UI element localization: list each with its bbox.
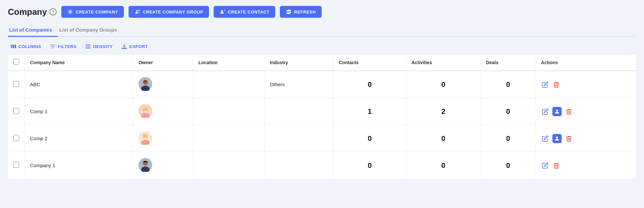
density-button[interactable]: DENSITY [82,41,119,51]
contacts-cell: 0 [334,152,406,179]
row-checkbox[interactable] [13,162,19,168]
page-title: Company ? [8,7,57,17]
deals-cell: 0 [481,125,536,152]
density-icon [85,43,91,49]
plus-icon [67,9,73,15]
export-button[interactable]: EXPORT [119,41,154,51]
row-checkbox[interactable] [13,81,19,87]
create-company-button[interactable]: CREATE COMPANY [61,6,124,18]
trash-icon [566,135,572,142]
select-all-header [8,54,25,71]
svg-point-26 [556,110,558,112]
industry-cell [264,125,333,152]
col-actions: Actions [536,54,636,71]
col-contacts: Contacts [334,54,406,71]
svg-rect-25 [144,111,146,113]
refresh-icon [286,9,292,15]
deals-cell: 0 [481,98,536,125]
owner-cell [133,152,193,179]
contact-assign-button[interactable] [552,107,562,116]
filters-icon [50,43,56,49]
edit-button[interactable] [541,162,549,169]
activities-cell: 0 [406,125,481,152]
activities-cell: 0 [406,71,481,98]
col-owner: Owner [133,54,193,71]
group-icon [134,9,140,15]
delete-button[interactable] [552,162,560,169]
actions-cell [536,152,636,179]
owner-cell [133,125,193,152]
tabs-row: List of Companies List of Company Groups [8,24,636,37]
owner-cell [133,71,193,98]
actions-cell [536,125,636,152]
activities-cell: 0 [406,152,481,179]
edit-button[interactable] [541,135,549,143]
contacts-cell: 1 [334,98,406,125]
deals-cell: 0 [481,71,536,98]
table-row: Comp 2 000 [8,125,636,152]
edit-icon [542,162,548,169]
svg-point-31 [556,137,558,139]
toolbar: COLUMNS FILTERS DENSITY [8,37,636,54]
svg-point-1 [136,10,138,12]
location-cell [193,98,265,125]
company-name-cell: ABC [25,71,133,98]
columns-button[interactable]: COLUMNS [8,41,47,51]
row-checkbox-cell [8,125,25,152]
row-checkbox[interactable] [13,135,19,141]
trash-icon [553,81,560,88]
create-company-group-button[interactable]: CREATE COMPANY GROUP [129,6,209,18]
col-industry: Industry [264,54,333,71]
delete-button[interactable] [552,81,560,89]
table-row: ABC Others000 [8,71,636,98]
svg-point-2 [138,10,139,12]
person-icon [554,109,560,115]
svg-rect-30 [144,138,146,140]
location-cell [193,71,265,98]
tab-list-of-company-groups[interactable]: List of Company Groups [58,24,123,37]
companies-table: Company Name Owner Location Industry Con… [8,54,636,179]
industry-cell [264,152,333,179]
svg-rect-8 [11,45,13,48]
export-icon [121,43,127,49]
industry-cell [264,98,333,125]
row-checkbox[interactable] [13,108,19,114]
row-checkbox-cell [8,152,25,179]
edit-button[interactable] [541,81,549,89]
owner-cell [133,98,193,125]
contact-assign-button[interactable] [552,134,562,143]
col-activities: Activities [406,54,481,71]
location-cell [193,152,265,179]
col-deals: Deals [481,54,536,71]
activities-cell: 2 [406,98,481,125]
help-icon[interactable]: ? [49,8,57,15]
actions-cell [536,71,636,98]
person-icon [554,136,560,142]
filters-button[interactable]: FILTERS [47,41,82,51]
table-row: Comp 1 120 [8,98,636,125]
table-row: Company 1 000 [8,152,636,179]
tab-list-of-companies[interactable]: List of Companies [8,24,58,37]
edit-button[interactable] [541,108,549,116]
actions-cell [536,98,636,125]
location-cell [193,125,265,152]
contacts-cell: 0 [334,71,406,98]
refresh-button[interactable]: REFRESH [280,6,322,18]
contact-icon [220,9,225,15]
trash-icon [553,162,560,169]
svg-rect-9 [13,45,14,48]
delete-button[interactable] [565,135,573,143]
columns-icon [11,43,16,49]
company-name-cell: Comp 2 [25,125,133,152]
row-checkbox-cell [8,98,25,125]
delete-button[interactable] [565,108,573,116]
company-name-cell: Company 1 [25,152,133,179]
edit-icon [542,135,548,142]
row-checkbox-cell [8,71,25,98]
col-location: Location [193,54,265,71]
svg-point-5 [221,10,223,12]
select-all-checkbox[interactable] [13,59,19,65]
industry-cell: Others [264,71,333,98]
trash-icon [566,108,572,115]
create-contact-button[interactable]: CREATE CONTACT [214,6,275,18]
